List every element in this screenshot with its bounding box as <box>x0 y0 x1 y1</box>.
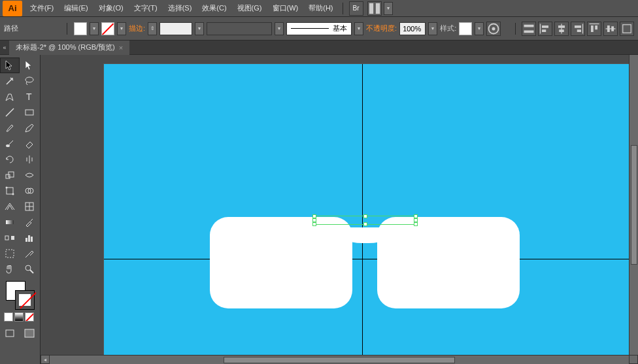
stroke-width-stepper[interactable]: ⇕ <box>148 22 157 35</box>
artboard[interactable] <box>103 63 638 357</box>
menu-file[interactable]: 文件(F) <box>25 0 59 17</box>
type-tool[interactable]: T <box>20 89 39 105</box>
paintbrush-tool[interactable] <box>0 120 20 136</box>
stroke-color-box[interactable] <box>15 290 35 310</box>
menu-view[interactable]: 视图(G) <box>232 0 267 17</box>
selection-handle-se[interactable] <box>414 222 418 226</box>
menu-effect[interactable]: 效果(C) <box>197 0 231 17</box>
selection-handle-n[interactable] <box>363 214 367 218</box>
gradient-tool[interactable] <box>0 214 20 230</box>
scale-tool[interactable] <box>0 167 20 183</box>
svg-rect-40 <box>11 236 14 240</box>
shape-builder-tool[interactable] <box>20 183 39 199</box>
menu-edit[interactable]: 编辑(E) <box>59 0 93 17</box>
column-graph-tool[interactable] <box>20 230 39 246</box>
scroll-left-button[interactable]: ◂ <box>41 355 50 364</box>
arrange-documents-icon[interactable] <box>367 1 382 16</box>
opacity-dropdown[interactable]: ▾ <box>428 22 437 35</box>
stroke-width-field[interactable] <box>160 22 192 35</box>
canvas-area[interactable]: ◂ <box>41 55 638 364</box>
scrollbar-vertical[interactable] <box>629 55 638 355</box>
svg-point-3 <box>492 27 495 30</box>
tab-scroll-left[interactable]: « <box>0 41 9 54</box>
guide-vertical[interactable] <box>362 64 363 357</box>
line-segment-tool[interactable] <box>0 105 20 120</box>
selection-bounding-box[interactable] <box>314 216 416 225</box>
stroke-dropdown[interactable]: ▾ <box>117 22 126 35</box>
selection-handle-s[interactable] <box>363 222 367 226</box>
lasso-tool[interactable] <box>20 73 39 89</box>
menu-object[interactable]: 对象(O) <box>93 0 129 17</box>
stroke-width-dropdown[interactable]: ▾ <box>195 22 204 35</box>
reflect-tool[interactable] <box>20 152 39 167</box>
close-tab-icon[interactable]: × <box>119 44 123 52</box>
fill-swatch[interactable] <box>74 22 87 35</box>
free-transform-tool[interactable] <box>0 183 20 199</box>
menu-help[interactable]: 帮助(H) <box>303 0 338 17</box>
hand-tool[interactable] <box>0 261 20 277</box>
recolor-artwork-icon[interactable] <box>486 22 501 36</box>
brush-dropdown[interactable]: ▾ <box>354 22 363 35</box>
perspective-grid-tool[interactable] <box>0 199 20 214</box>
scrollbar-thumb-v[interactable] <box>631 145 637 265</box>
color-mode-row <box>4 312 36 322</box>
selection-tool[interactable] <box>0 58 20 73</box>
eyedropper-tool[interactable] <box>20 214 39 230</box>
rectangle-tool[interactable] <box>20 105 39 120</box>
screen-mode-toggle[interactable] <box>20 325 39 341</box>
mesh-tool[interactable] <box>20 199 39 214</box>
align-center-v-icon[interactable] <box>603 22 618 36</box>
arrange-dropdown[interactable]: ▾ <box>384 2 393 15</box>
scroll-corner <box>629 355 638 364</box>
scrollbar-horizontal[interactable] <box>50 355 629 364</box>
variable-width-dropdown[interactable]: ▾ <box>275 22 284 35</box>
blob-brush-tool[interactable] <box>0 136 20 152</box>
align-top-icon[interactable] <box>587 22 601 36</box>
shape-left-lens[interactable] <box>210 217 352 308</box>
pencil-tool[interactable] <box>20 120 39 136</box>
fill-stroke-indicator[interactable] <box>6 281 35 310</box>
color-mode-gradient[interactable] <box>14 312 24 322</box>
transform-panel-icon[interactable] <box>620 22 634 36</box>
document-tab[interactable]: 未标题-2* @ 100% (RGB/预览) × <box>9 41 129 55</box>
rotate-tool[interactable] <box>0 152 20 167</box>
scrollbar-thumb-h[interactable] <box>224 357 455 363</box>
artboard-tool[interactable] <box>0 246 20 261</box>
blend-tool[interactable] <box>0 230 20 246</box>
stroke-label: 描边: <box>129 24 145 33</box>
svg-rect-0 <box>369 3 374 14</box>
align-panel-icon[interactable] <box>522 22 536 36</box>
tab-label: 未标题-2* @ 100% (RGB/预览) <box>16 42 115 52</box>
brush-definition[interactable]: 基本 <box>286 22 352 35</box>
opacity-field[interactable]: 100% <box>399 22 426 35</box>
shape-right-lens[interactable] <box>377 217 520 308</box>
align-left-icon[interactable] <box>538 22 552 36</box>
magic-wand-tool[interactable] <box>0 73 20 89</box>
align-right-icon[interactable] <box>571 22 585 36</box>
eraser-tool[interactable] <box>20 136 39 152</box>
menu-type[interactable]: 文字(T) <box>129 0 163 17</box>
fill-dropdown[interactable]: ▾ <box>90 22 99 35</box>
svg-rect-11 <box>559 29 564 32</box>
style-dropdown[interactable]: ▾ <box>475 22 484 35</box>
pen-tool[interactable] <box>0 89 20 105</box>
variable-width-profile[interactable] <box>207 22 272 35</box>
direct-selection-tool[interactable] <box>20 58 39 73</box>
bridge-icon[interactable]: Br <box>349 1 363 16</box>
slice-tool[interactable] <box>20 246 39 261</box>
menu-window[interactable]: 窗口(W) <box>267 0 304 17</box>
brush-label: 基本 <box>333 24 347 33</box>
menu-select[interactable]: 选择(S) <box>163 0 197 17</box>
svg-rect-13 <box>575 25 581 28</box>
selection-handle-sw[interactable] <box>312 222 316 226</box>
width-tool[interactable] <box>20 167 39 183</box>
stroke-swatch[interactable] <box>101 22 114 35</box>
color-mode-none[interactable] <box>25 312 34 322</box>
app-logo: Ai <box>3 1 22 16</box>
zoom-tool[interactable] <box>20 261 39 277</box>
color-mode-solid[interactable] <box>4 312 13 322</box>
style-swatch[interactable] <box>459 22 472 35</box>
screen-mode-normal[interactable] <box>0 325 20 341</box>
guide-horizontal[interactable] <box>104 259 638 259</box>
align-center-h-icon[interactable] <box>554 22 569 36</box>
